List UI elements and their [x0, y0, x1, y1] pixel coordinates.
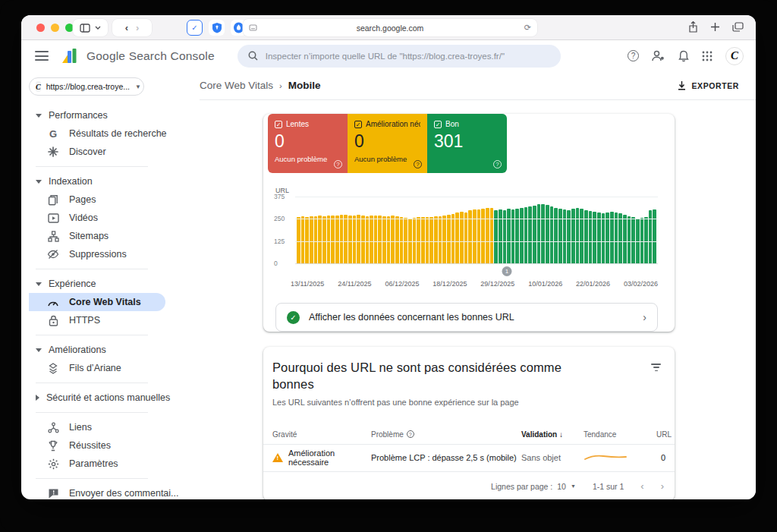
section-security[interactable]: Sécurité et actions manuelles [29, 389, 200, 407]
page-settings-icon[interactable] [249, 24, 257, 32]
browser-sidebar-toggle[interactable] [73, 19, 108, 36]
main-content: Core Web Vitals › Mobile EXPORTER [200, 71, 756, 499]
chart-bar [602, 213, 606, 263]
breadcrumb-current: Mobile [288, 80, 321, 91]
table-row[interactable]: Amélioration nécessaire Problème LCP : d… [263, 445, 675, 472]
col-validation[interactable]: Validation ↓ [521, 430, 584, 439]
account-avatar[interactable]: C [725, 47, 744, 65]
breadcrumb: Core Web Vitals › Mobile [200, 80, 320, 91]
lock-icon [47, 314, 59, 326]
sidebar-item-suppressions[interactable]: Suppressions [29, 245, 200, 263]
content-scroll-area[interactable]: ✓Lentes 0 Aucun problème ? ✓Amélioration… [200, 100, 756, 499]
close-window-button[interactable] [36, 24, 45, 32]
chart-bar [366, 216, 370, 263]
section-performances[interactable]: Performances [29, 106, 200, 124]
sidebar-item-discover[interactable]: Discover [29, 143, 200, 161]
col-problem[interactable]: Problème? [371, 430, 521, 439]
help-icon[interactable]: ? [493, 160, 502, 168]
sidebar-item-achievements[interactable]: Réussites [29, 436, 200, 455]
section-experience[interactable]: Expérience [29, 275, 200, 293]
col-severity[interactable]: Gravité [272, 430, 371, 439]
forward-button[interactable]: › [136, 23, 139, 33]
address-bar[interactable]: search.google.com ⟳ [243, 19, 537, 36]
notifications-icon[interactable] [678, 50, 689, 62]
reload-icon[interactable]: ⟳ [524, 23, 531, 33]
scorecard-needs-improvement[interactable]: ✓Amélioration néc... 0 Aucun problème ? [348, 114, 427, 173]
user-settings-icon[interactable] [652, 50, 665, 61]
share-icon[interactable] [688, 21, 698, 33]
sidebar-item-search-results[interactable]: G Résultats de recherche [29, 124, 200, 143]
chart-bar [597, 212, 601, 263]
chart-bar [533, 206, 536, 264]
sidebar-item-https[interactable]: HTTPS [29, 311, 200, 329]
sidebar-item-settings[interactable]: Paramètres [29, 455, 200, 473]
url-inspection-search[interactable] [238, 45, 561, 68]
section-indexation[interactable]: Indexation [29, 172, 200, 190]
rows-per-page-value[interactable]: 10 [557, 482, 566, 491]
sidebar-item-videos[interactable]: Vidéos [29, 209, 200, 227]
chart-bar [593, 212, 596, 263]
chart-bar [515, 209, 519, 263]
sidebar-item-links[interactable]: Liens [29, 418, 200, 436]
section-ameliorations[interactable]: Améliorations [29, 341, 200, 359]
chart-bar [520, 208, 524, 263]
videos-icon [47, 212, 59, 224]
shield-extension-icon[interactable] [209, 20, 225, 36]
filter-icon[interactable] [651, 359, 661, 393]
chart-bar [481, 209, 485, 264]
new-tab-icon[interactable] [710, 22, 720, 32]
help-icon[interactable]: ? [334, 160, 342, 168]
breadcrumb-parent[interactable]: Core Web Vitals [200, 80, 273, 91]
google-apps-icon[interactable] [702, 51, 713, 61]
sidebar-item-breadcrumbs[interactable]: Fils d’Ariane [29, 359, 200, 377]
chart-bar [439, 216, 442, 263]
google-g-icon: G [47, 127, 59, 140]
chevron-down-icon[interactable]: ▼ [571, 483, 576, 489]
sidebar-item-core-web-vitals[interactable]: Core Web Vitals [29, 293, 165, 311]
checkbox-icon[interactable]: ✓ [354, 121, 362, 128]
scorecard-poor[interactable]: ✓Lentes 0 Aucun problème ? [268, 114, 348, 173]
sidebar-item-feedback[interactable]: Envoyer des commentai... [29, 484, 200, 499]
browser-window: ‹ › ✓ search.google.com ⟳ [21, 15, 756, 499]
help-icon[interactable]: ? [628, 50, 639, 61]
chart-bar [606, 212, 609, 263]
gsc-logo[interactable]: Google Search Console [61, 48, 215, 65]
sidebar: C https://blog.crea-troye... ▼ Performan… [21, 71, 200, 499]
chart-y-tick-label: 0 [274, 260, 291, 267]
chart-x-tick-label: 10/01/2026 [528, 280, 562, 288]
chart-annotation-marker[interactable]: 1 [502, 266, 512, 276]
help-icon[interactable]: ? [414, 160, 422, 168]
chart-bar [353, 216, 357, 263]
scorecard-good[interactable]: ✓Bon 301 ? [427, 114, 507, 173]
show-good-urls-banner[interactable]: ✓ Afficher les données concernant les bo… [275, 303, 658, 332]
chart-bar [451, 214, 455, 263]
menu-button[interactable] [35, 51, 49, 61]
chart-x-tick-label: 29/12/2025 [480, 280, 514, 288]
chart-gridline [295, 197, 658, 197]
traffic-lights[interactable] [36, 24, 74, 32]
checkbox-icon[interactable]: ✓ [275, 121, 282, 128]
chart-bar [305, 217, 309, 263]
minimize-window-button[interactable] [51, 24, 59, 32]
col-url[interactable]: URL [656, 430, 672, 439]
help-icon[interactable]: ? [407, 430, 414, 438]
property-selector[interactable]: C https://blog.crea-troye... ▼ [29, 77, 144, 96]
notes-extension-icon[interactable]: ✓ [187, 20, 203, 36]
row-problem[interactable]: Problème LCP : dépasse 2,5 s (mobile) [371, 453, 521, 462]
chart-bar [400, 217, 404, 263]
tab-overview-icon[interactable] [732, 22, 744, 32]
export-button[interactable]: EXPORTER [678, 81, 739, 90]
sidebar-icon [80, 24, 90, 33]
chart-bar [391, 216, 395, 263]
previous-page-button[interactable]: ‹ [640, 480, 643, 492]
app-header: Google Search Console ? C [21, 40, 756, 71]
table-header-row: Gravité Problème? Validation ↓ Tendance … [263, 425, 675, 445]
checkbox-icon[interactable]: ✓ [434, 121, 442, 128]
col-trend[interactable]: Tendance [584, 430, 656, 439]
chart-bar [473, 209, 477, 263]
sidebar-item-sitemaps[interactable]: Sitemaps [29, 227, 200, 245]
sidebar-item-pages[interactable]: Pages [29, 190, 200, 209]
url-inspection-input[interactable] [266, 52, 550, 61]
back-button[interactable]: ‹ [125, 23, 128, 33]
next-page-button[interactable]: › [661, 480, 664, 492]
